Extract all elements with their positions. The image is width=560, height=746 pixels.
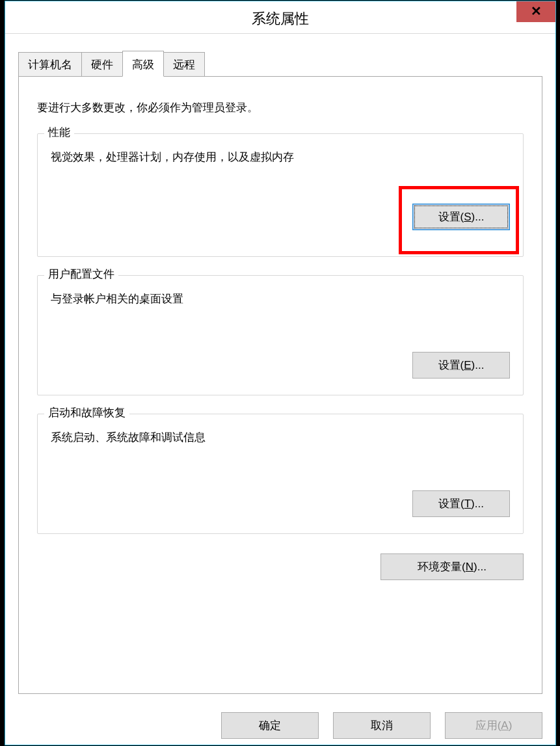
ok-button[interactable]: 确定 (221, 712, 319, 739)
startup-recovery-legend: 启动和故障恢复 (44, 405, 129, 420)
env-vars-row: 环境变量(N)... (37, 553, 524, 580)
tabstrip: 计算机名 硬件 高级 远程 (18, 52, 542, 77)
tab-hardware[interactable]: 硬件 (81, 52, 123, 77)
tab-computer-name[interactable]: 计算机名 (18, 52, 82, 77)
environment-variables-button[interactable]: 环境变量(N)... (380, 553, 524, 580)
user-profiles-legend: 用户配置文件 (44, 267, 118, 282)
startup-recovery-desc: 系统启动、系统故障和调试信息 (51, 430, 510, 445)
performance-button-row: 设置(S)... (51, 204, 510, 230)
performance-desc: 视觉效果，处理器计划，内存使用，以及虚拟内存 (51, 150, 510, 165)
performance-legend: 性能 (44, 125, 74, 140)
cancel-button[interactable]: 取消 (333, 712, 431, 739)
tab-advanced[interactable]: 高级 (122, 51, 164, 77)
tab-remote[interactable]: 远程 (163, 52, 205, 77)
advanced-tab-panel: 要进行大多数更改，你必须作为管理员登录。 性能 视觉效果，处理器计划，内存使用，… (18, 76, 542, 694)
dialog-button-row: 确定 取消 应用(A) (5, 706, 555, 745)
window-title: 系统属性 (5, 9, 555, 29)
startup-recovery-group: 启动和故障恢复 系统启动、系统故障和调试信息 设置(T)... (37, 414, 524, 534)
startup-recovery-settings-button[interactable]: 设置(T)... (412, 490, 510, 517)
tabs-container: 计算机名 硬件 高级 远程 要进行大多数更改，你必须作为管理员登录。 性能 视觉… (18, 52, 542, 694)
user-profiles-desc: 与登录帐户相关的桌面设置 (51, 291, 510, 306)
performance-settings-button[interactable]: 设置(S)... (412, 204, 510, 230)
admin-required-text: 要进行大多数更改，你必须作为管理员登录。 (37, 100, 524, 115)
user-profiles-group: 用户配置文件 与登录帐户相关的桌面设置 设置(E)... (37, 275, 524, 395)
titlebar: 系统属性 ✕ (5, 1, 555, 34)
apply-button[interactable]: 应用(A) (445, 712, 542, 739)
system-properties-window: 系统属性 ✕ 计算机名 硬件 高级 远程 要进行大多数更改，你必须作为管理员登录… (5, 1, 556, 745)
close-button[interactable]: ✕ (516, 1, 555, 22)
close-icon: ✕ (531, 4, 542, 18)
user-profiles-button-row: 设置(E)... (51, 352, 510, 379)
performance-group: 性能 视觉效果，处理器计划，内存使用，以及虚拟内存 设置(S)... (37, 133, 524, 257)
client-area: 计算机名 硬件 高级 远程 要进行大多数更改，你必须作为管理员登录。 性能 视觉… (5, 34, 555, 745)
startup-recovery-button-row: 设置(T)... (51, 490, 510, 517)
user-profiles-settings-button[interactable]: 设置(E)... (412, 352, 510, 379)
